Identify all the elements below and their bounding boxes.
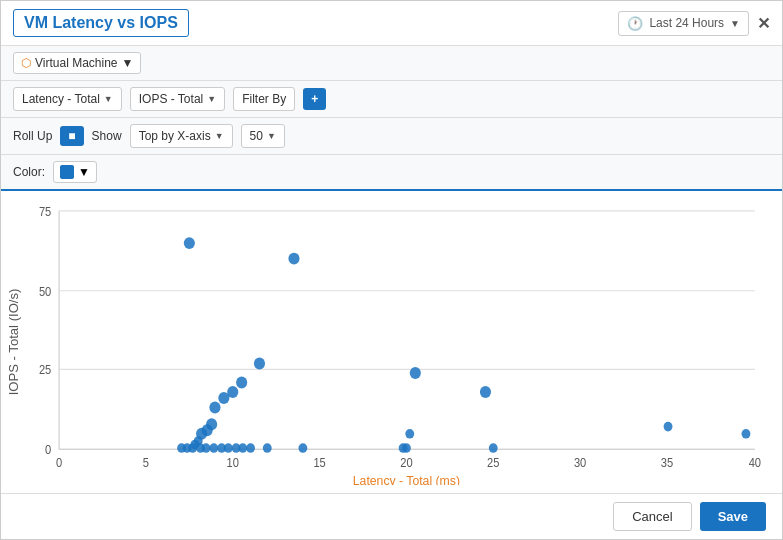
- svg-text:35: 35: [661, 457, 673, 469]
- filter-by-dropdown[interactable]: Filter By: [233, 87, 295, 111]
- svg-point-34: [188, 443, 197, 453]
- color-swatch-button[interactable]: ▼: [53, 161, 97, 183]
- latency-chevron-icon: ▼: [104, 94, 113, 104]
- svg-point-25: [218, 392, 229, 404]
- modal-title: VM Latency vs IOPS: [13, 9, 189, 37]
- svg-point-26: [209, 402, 220, 414]
- svg-text:0: 0: [56, 457, 62, 469]
- svg-point-48: [410, 367, 421, 379]
- virtual-machine-dropdown[interactable]: ⬡ Virtual Machine ▼: [13, 52, 141, 74]
- svg-text:20: 20: [400, 457, 412, 469]
- iops-label: IOPS - Total: [139, 92, 203, 106]
- color-label: Color:: [13, 165, 45, 179]
- controls-row-1: Latency - Total ▼ IOPS - Total ▼ Filter …: [1, 81, 782, 118]
- save-button[interactable]: Save: [700, 502, 766, 531]
- svg-text:5: 5: [143, 457, 149, 469]
- svg-text:50: 50: [39, 285, 51, 297]
- y-axis-label: IOPS - Total (IO/s): [9, 289, 21, 396]
- topby-label: Top by X-axis: [139, 129, 211, 143]
- color-row: Color: ▼: [1, 155, 782, 191]
- svg-point-37: [209, 443, 218, 453]
- svg-text:30: 30: [574, 457, 586, 469]
- topby-chevron-icon: ▼: [215, 131, 224, 141]
- svg-point-21: [288, 253, 299, 265]
- chart-area: IOPS - Total (IO/s) 75 50 25 0 0 5 10 15…: [1, 191, 782, 493]
- vm-label: Virtual Machine: [35, 56, 118, 70]
- show-label: Show: [92, 129, 122, 143]
- latency-label: Latency - Total: [22, 92, 100, 106]
- rollup-button[interactable]: ■: [60, 126, 83, 146]
- modal-footer: Cancel Save: [1, 493, 782, 539]
- vm-chevron-icon: ▼: [122, 56, 134, 70]
- svg-point-47: [405, 429, 414, 439]
- svg-point-23: [236, 377, 247, 389]
- svg-point-44: [298, 443, 307, 453]
- modal-container: VM Latency vs IOPS 🕐 Last 24 Hours ▼ ✕ ⬡…: [0, 0, 783, 540]
- svg-point-41: [238, 443, 247, 453]
- svg-text:Latency - Total (ms): Latency - Total (ms): [353, 474, 460, 485]
- vm-toolbar-row: ⬡ Virtual Machine ▼: [1, 46, 782, 81]
- svg-point-49: [480, 386, 491, 398]
- svg-point-46: [402, 443, 411, 453]
- svg-point-22: [254, 357, 265, 369]
- svg-text:15: 15: [313, 457, 325, 469]
- topby-value-chevron-icon: ▼: [267, 131, 276, 141]
- iops-chevron-icon: ▼: [207, 94, 216, 104]
- svg-point-43: [263, 443, 272, 453]
- color-swatch: [60, 165, 74, 179]
- svg-point-50: [489, 443, 498, 453]
- svg-point-36: [202, 443, 211, 453]
- header-right: 🕐 Last 24 Hours ▼ ✕: [618, 11, 770, 36]
- svg-text:10: 10: [227, 457, 239, 469]
- filter-by-label: Filter By: [242, 92, 286, 106]
- topby-dropdown[interactable]: Top by X-axis ▼: [130, 124, 233, 148]
- svg-text:25: 25: [39, 364, 51, 376]
- modal-header: VM Latency vs IOPS 🕐 Last 24 Hours ▼ ✕: [1, 1, 782, 46]
- clock-icon: 🕐: [627, 16, 643, 31]
- color-chevron-icon: ▼: [78, 165, 90, 179]
- controls-row-2: Roll Up ■ Show Top by X-axis ▼ 50 ▼: [1, 118, 782, 155]
- cancel-button[interactable]: Cancel: [613, 502, 691, 531]
- rollup-label: Roll Up: [13, 129, 52, 143]
- topby-value-dropdown[interactable]: 50 ▼: [241, 124, 285, 148]
- scatter-chart: IOPS - Total (IO/s) 75 50 25 0 0 5 10 15…: [9, 199, 766, 485]
- time-selector-dropdown[interactable]: 🕐 Last 24 Hours ▼: [618, 11, 749, 36]
- svg-text:75: 75: [39, 205, 51, 217]
- svg-point-20: [184, 237, 195, 249]
- close-button[interactable]: ✕: [757, 14, 770, 33]
- svg-point-42: [246, 443, 255, 453]
- latency-dropdown[interactable]: Latency - Total ▼: [13, 87, 122, 111]
- svg-text:40: 40: [749, 457, 761, 469]
- topby-value: 50: [250, 129, 263, 143]
- svg-text:25: 25: [487, 457, 499, 469]
- svg-point-51: [664, 422, 673, 432]
- time-chevron-icon: ▼: [730, 18, 740, 29]
- iops-dropdown[interactable]: IOPS - Total ▼: [130, 87, 225, 111]
- svg-text:0: 0: [45, 444, 51, 456]
- add-filter-button[interactable]: +: [303, 88, 326, 110]
- svg-point-39: [224, 443, 233, 453]
- svg-point-52: [742, 429, 751, 439]
- vm-icon: ⬡: [21, 56, 31, 70]
- time-selector-label: Last 24 Hours: [649, 16, 724, 30]
